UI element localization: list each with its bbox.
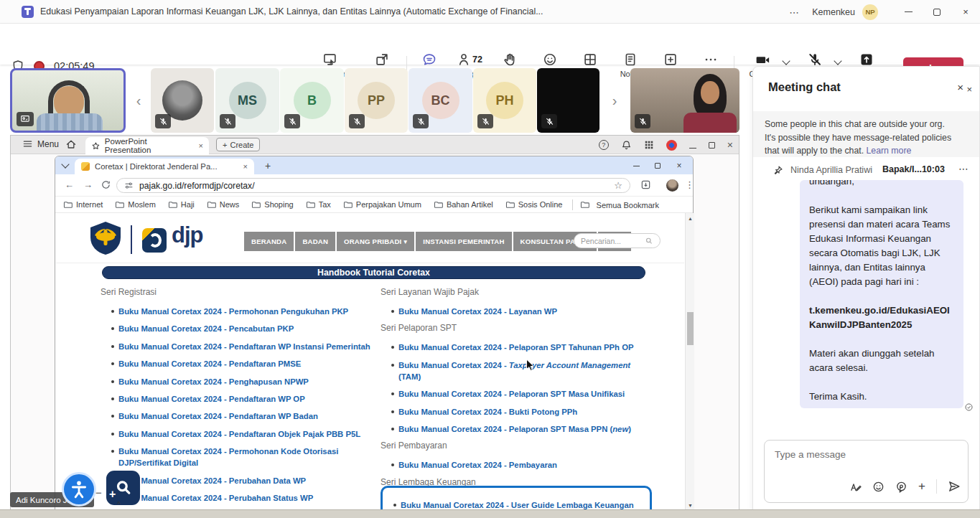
app-restore-button[interactable] xyxy=(709,139,715,151)
participant-tile[interactable]: B xyxy=(280,68,344,133)
manual-link[interactable]: Buku Manual Coretax 2024 - Pelaporan SPT… xyxy=(398,388,655,400)
manual-link[interactable]: Buku Manual Coretax 2024 - Permohonan Pe… xyxy=(118,306,375,317)
bookmark-folder[interactable]: Internet xyxy=(63,200,103,209)
bookmark-folder[interactable]: Bahan Artikel xyxy=(434,200,493,209)
participant-tile[interactable]: MS xyxy=(215,68,279,133)
minimize-button[interactable] xyxy=(894,0,923,24)
collapse-widget-icon[interactable]: ^ xyxy=(117,501,121,509)
pinned-message-header: Ninda Aprillia Pratiwi Bapak/I...10:03 ⋯ xyxy=(753,163,979,179)
manual-link[interactable]: Buku Manual Coretax 2024 - Permohonan Ko… xyxy=(118,446,375,468)
address-bar[interactable]: pajak.go.id/reformdjp/coretax/ ☆ xyxy=(116,178,630,193)
browser-restore-button[interactable] xyxy=(651,159,664,172)
browser-minimize-button[interactable] xyxy=(630,159,643,172)
browser-tab[interactable]: Coretax | Direktorat Jenderal Pa... × xyxy=(75,159,254,174)
site-info-icon[interactable] xyxy=(124,181,134,190)
format-icon[interactable] xyxy=(849,481,862,493)
close-button[interactable]: × xyxy=(951,0,980,24)
titlebar-more-icon[interactable]: ⋯ xyxy=(783,6,805,18)
app-menu-button[interactable]: Menu xyxy=(22,138,59,149)
browser-close-button[interactable]: × xyxy=(673,159,686,172)
manual-link[interactable]: Buku Manual Coretax 2024 - Pendaftaran W… xyxy=(118,341,375,352)
tab-close-icon[interactable]: × xyxy=(199,141,203,150)
zoom-in-button[interactable]: + xyxy=(109,488,116,501)
new-tab-button[interactable]: + xyxy=(265,160,271,171)
mic-options-chevron-icon[interactable] xyxy=(834,57,841,65)
page-scrollbar[interactable]: ▲ ▼ xyxy=(685,213,694,511)
section-label: Seri Layanan Wajib Pajak xyxy=(381,287,655,297)
user-avatar[interactable]: NP xyxy=(862,4,878,20)
browser-profile-avatar[interactable] xyxy=(666,179,678,192)
bookmark-star-icon[interactable]: ☆ xyxy=(614,180,622,191)
app-minimize-button[interactable] xyxy=(689,139,696,151)
all-bookmarks-button[interactable]: Semua Bookmark xyxy=(572,199,669,210)
app-tab[interactable]: PowerPoint Presentation × xyxy=(85,137,209,154)
manual-link[interactable]: Buku Manual Coretax 2024 - Pencabutan PK… xyxy=(118,323,375,334)
tab-search-chevron-icon[interactable] xyxy=(61,160,69,168)
manual-link[interactable]: Buku Manual Coretax 2024 - Pelaporan SPT… xyxy=(398,423,655,435)
maximize-button[interactable] xyxy=(923,0,951,24)
site-search-input[interactable]: Pencarian... xyxy=(574,233,661,248)
participant-tile[interactable] xyxy=(151,68,214,133)
bookmark-folder[interactable]: Perpajakan Umum xyxy=(343,200,421,209)
manual-link[interactable]: Buku Manual Coretax 2024 - Pendaftaran O… xyxy=(118,428,375,440)
notice-close-icon[interactable]: × xyxy=(966,84,972,95)
save-page-icon[interactable] xyxy=(640,179,651,190)
gif-sticker-icon[interactable] xyxy=(895,481,907,493)
zoom-out-button[interactable]: − xyxy=(95,486,102,499)
bookmark-folder[interactable]: Tax xyxy=(306,200,331,209)
chat-panel-close-icon[interactable]: × xyxy=(957,81,963,93)
manual-link[interactable]: Buku Manual Coretax 2024 - Pendaftaran P… xyxy=(118,358,375,369)
scroll-participants-left-button[interactable]: ‹ xyxy=(131,89,146,112)
manual-link[interactable]: Buku Manual Coretax 2024 - Pendaftaran W… xyxy=(118,393,375,405)
message-compose-box[interactable]: Type a message + xyxy=(764,440,969,503)
bookmark-folder[interactable]: Shoping xyxy=(251,200,293,209)
scrollbar-thumb[interactable] xyxy=(687,312,694,345)
attach-plus-icon[interactable]: + xyxy=(918,479,925,494)
emoji-icon[interactable] xyxy=(872,481,885,493)
manual-link[interactable]: Buku Manual Coretax 2024 - Taxpayer Acco… xyxy=(398,359,655,382)
app-grid-icon[interactable] xyxy=(644,140,654,150)
manual-link[interactable]: Buku Manual Coretax 2024 - Pembayaran xyxy=(398,459,655,471)
app-home-button[interactable] xyxy=(65,138,77,150)
manual-link[interactable]: Buku Manual Coretax 2024 - Perubahan Dat… xyxy=(118,475,375,486)
manual-link[interactable]: Buku Manual Coretax 2024 - Perubahan Sta… xyxy=(118,492,375,504)
send-icon[interactable] xyxy=(948,480,961,493)
participant-tile[interactable]: PP xyxy=(345,68,408,133)
bookmark-folder[interactable]: Haji xyxy=(168,200,195,209)
reload-icon[interactable] xyxy=(101,179,111,190)
scroll-up-icon[interactable]: ▲ xyxy=(686,216,695,221)
manual-link[interactable]: Buku Manual Coretax 2024 - Layanan WP xyxy=(398,306,655,317)
create-button[interactable]: +Create xyxy=(216,138,260,151)
participant-tile[interactable]: BC xyxy=(409,68,472,133)
message-options-icon[interactable]: ⋯ xyxy=(958,163,969,174)
browser-menu-kebab-icon[interactable]: ⋮ xyxy=(685,179,694,190)
manual-link[interactable]: Buku Manual Coretax 2024 - Bukti Potong … xyxy=(398,406,655,418)
browser-app-icon[interactable] xyxy=(666,140,677,151)
app-close-button[interactable]: × xyxy=(727,139,733,151)
participant-tile-camera-off[interactable] xyxy=(537,68,599,133)
site-nav-button[interactable]: BADAN xyxy=(295,232,335,251)
back-icon[interactable]: ← xyxy=(65,179,74,190)
message-link[interactable]: t.kemenkeu.go.id/EdukasiAEOIKanwilDJPBan… xyxy=(809,303,954,332)
site-nav-button[interactable]: BERANDA xyxy=(244,232,294,251)
bookmark-folder[interactable]: Moslem xyxy=(115,200,156,209)
scroll-participants-right-button[interactable]: › xyxy=(607,89,622,112)
manual-link[interactable]: Buku Manual Coretax 2024 - Pelaporan SPT… xyxy=(398,342,655,353)
bookmark-folder[interactable]: Sosis Online xyxy=(505,200,563,209)
main-speaker-video[interactable] xyxy=(10,68,126,133)
participant-video[interactable] xyxy=(630,68,739,133)
manual-link[interactable]: Buku Manual Coretax 2024 - Pendaftaran W… xyxy=(118,410,375,422)
help-icon[interactable]: ? xyxy=(599,140,609,150)
forward-icon[interactable]: → xyxy=(83,179,93,190)
camera-options-chevron-icon[interactable] xyxy=(782,57,790,65)
participant-tile[interactable]: PH xyxy=(473,68,536,133)
learn-more-link[interactable]: Learn more xyxy=(867,146,912,156)
accessibility-widget-button[interactable] xyxy=(62,472,96,507)
manual-link[interactable]: Buku Manual Coretax 2024 - Penghapusan N… xyxy=(118,376,375,387)
notifications-bell-icon[interactable] xyxy=(621,140,632,151)
site-nav-button[interactable]: INSTANSI PEMERINTAH xyxy=(416,232,511,251)
tab-close-icon[interactable]: × xyxy=(243,162,248,171)
scroll-down-icon[interactable]: ▼ xyxy=(686,503,695,508)
site-nav-button[interactable]: ORANG PRIBADI ▾ xyxy=(337,232,414,251)
bookmark-folder[interactable]: News xyxy=(207,200,240,209)
